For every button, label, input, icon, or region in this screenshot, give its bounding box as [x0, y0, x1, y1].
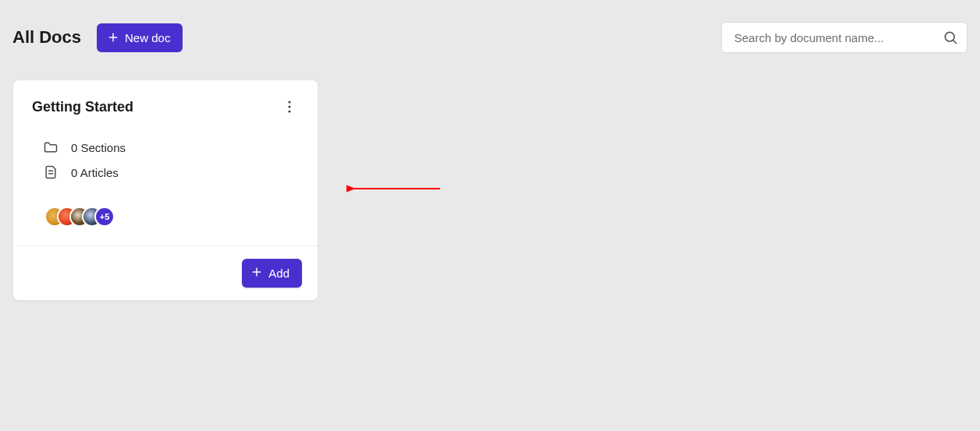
page-header: All Docs New doc [12, 22, 968, 53]
avatar-stack[interactable]: +5 [32, 207, 299, 227]
plus-icon [251, 267, 262, 280]
doc-title[interactable]: Getting Started [32, 99, 133, 115]
card-body: Getting Started [13, 80, 318, 246]
plus-icon [108, 32, 119, 43]
search-input[interactable] [721, 22, 968, 53]
add-label: Add [268, 267, 289, 280]
file-text-icon [43, 164, 59, 180]
svg-point-4 [288, 101, 290, 103]
search-wrap [721, 22, 968, 53]
articles-row: 0 Articles [43, 164, 299, 180]
articles-label: 0 Articles [71, 166, 119, 179]
card-more-button[interactable] [280, 97, 299, 116]
svg-point-5 [288, 105, 290, 108]
header-left: All Docs New doc [12, 23, 183, 52]
doc-cards: Getting Started [12, 79, 968, 301]
sections-label: 0 Sections [71, 141, 126, 154]
sections-row: 0 Sections [43, 140, 299, 155]
card-stats: 0 Sections 0 Articles [32, 140, 299, 180]
search-icon [943, 30, 958, 45]
new-doc-button[interactable]: New doc [97, 23, 183, 52]
svg-line-3 [953, 41, 957, 44]
card-footer: Add [13, 246, 318, 300]
doc-card: Getting Started [12, 79, 318, 301]
add-button[interactable]: Add [242, 259, 302, 288]
avatar-overflow: +5 [94, 207, 115, 227]
new-doc-label: New doc [125, 31, 170, 44]
dots-vertical-icon [288, 101, 291, 113]
card-head: Getting Started [32, 97, 299, 116]
folder-icon [43, 140, 59, 155]
page-title: All Docs [12, 27, 81, 48]
svg-point-6 [288, 110, 290, 112]
